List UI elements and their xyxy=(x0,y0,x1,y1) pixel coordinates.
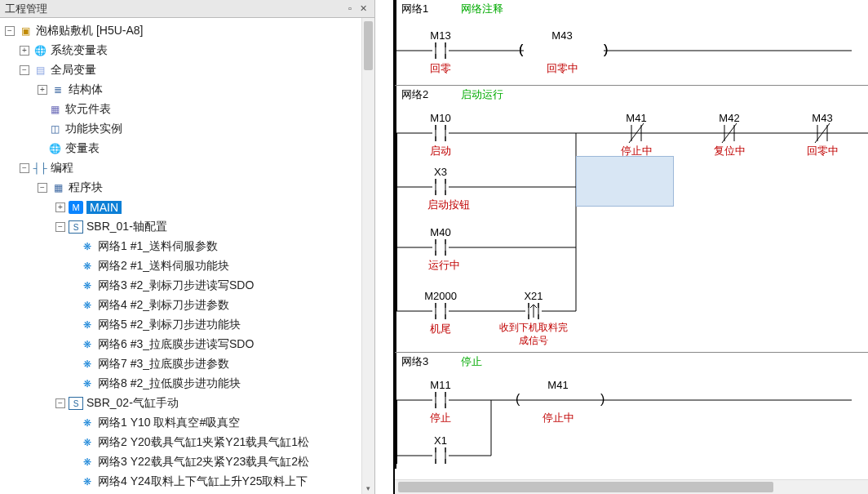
net1-name: 网络1 xyxy=(401,2,428,16)
tree-net-item[interactable]: ❋网络6 #3_拉底膜步进读写SDO xyxy=(2,335,373,354)
ladder-hscrollbar[interactable] xyxy=(395,479,868,494)
tree-sbr02[interactable]: −S SBR_02-气缸手动 xyxy=(2,394,373,413)
net3-title: 停止 xyxy=(461,354,482,369)
tree-net-item[interactable]: ❋网络1 #1_送料伺服参数 xyxy=(2,237,373,256)
tree-net-item[interactable]: ❋网络3 #2_剥标刀步进读写SDO xyxy=(2,276,373,296)
contact-m13[interactable]: M13 回零 xyxy=(430,29,451,74)
svg-text:成信号: 成信号 xyxy=(519,335,548,346)
scroll-thumb[interactable] xyxy=(398,482,773,492)
tree-net-item[interactable]: ❋网络8 #2_拉低膜步进功能块 xyxy=(2,374,373,394)
network-2[interactable]: 网络2 启动运行 M10 启动 xyxy=(395,85,868,352)
net-icon: ❋ xyxy=(80,377,95,390)
tree-root[interactable]: −▣ 泡棉贴敷机 [H5U-A8] xyxy=(2,21,373,41)
blocks-icon: ▦ xyxy=(51,181,65,194)
svg-text:(: ( xyxy=(516,392,520,406)
block-icon: ◫ xyxy=(47,122,62,136)
svg-rect-10 xyxy=(524,46,604,56)
net-icon: ❋ xyxy=(80,436,95,449)
sbr-icon: S xyxy=(69,397,83,410)
contact-m41[interactable]: M41 停止中 xyxy=(621,112,653,157)
tree-sbr01[interactable]: −S SBR_01-轴配置 xyxy=(2,217,373,237)
contact-m2000[interactable]: M2000 机尾 xyxy=(424,290,457,335)
svg-text:收到下机取料完: 收到下机取料完 xyxy=(499,322,568,333)
net2-name: 网络2 xyxy=(401,87,428,102)
pin-icon[interactable]: ▫ xyxy=(343,2,356,16)
net1-rung[interactable]: M13 回零 () () M43 回零中 xyxy=(395,21,868,80)
tree-global[interactable]: −▤ 全局变量 xyxy=(2,60,373,80)
net-icon: ❋ xyxy=(80,240,95,253)
tree-net-item[interactable]: ❋网络2 Y20载具气缸1夹紧Y21载具气缸1松 xyxy=(2,433,373,452)
svg-rect-43 xyxy=(432,184,449,190)
net-icon: ❋ xyxy=(80,358,95,371)
close-icon[interactable]: ✕ xyxy=(356,2,370,16)
tree-sfc[interactable]: ▦ 软元件表 xyxy=(2,100,373,119)
svg-text:停止: 停止 xyxy=(430,412,451,424)
tree-prog-blocks[interactable]: −▦ 程序块 xyxy=(2,178,373,198)
svg-text:回零: 回零 xyxy=(430,62,451,74)
tree-main[interactable]: +M MAIN xyxy=(2,198,373,217)
tree-vartab[interactable]: 🌐 变量表 xyxy=(2,139,373,158)
net-icon: ❋ xyxy=(80,279,95,292)
contact-m10[interactable]: M10 启动 xyxy=(430,112,451,157)
contact-m42[interactable]: M42 复位中 xyxy=(714,112,746,157)
svg-text:M10: M10 xyxy=(430,112,450,124)
net-icon: ❋ xyxy=(80,318,95,332)
svg-text:(: ( xyxy=(519,42,524,56)
struct-icon: ≣ xyxy=(51,83,65,96)
net1-title: 网络注释 xyxy=(461,2,503,16)
svg-text:M13: M13 xyxy=(430,29,450,42)
svg-text:运行中: 运行中 xyxy=(428,259,460,271)
tree-net-item[interactable]: ❋网络7 #3_拉底膜步进参数 xyxy=(2,354,373,374)
tree-net-item[interactable]: ❋网络4 Y24取料上下气缸上升Y25取料上下 xyxy=(2,472,373,492)
coil-m41b[interactable]: () M41 停止中 xyxy=(516,379,604,424)
svg-rect-51 xyxy=(432,244,449,251)
svg-text:停止中: 停止中 xyxy=(542,412,574,424)
contact-x21[interactable]: X21 收到下机取料完 成信号 xyxy=(499,290,568,346)
svg-text:X21: X21 xyxy=(524,290,542,302)
svg-text:回零中: 回零中 xyxy=(807,145,839,157)
svg-text:停止中: 停止中 xyxy=(621,145,653,157)
table-icon: ▦ xyxy=(47,103,62,116)
tree-net-item[interactable]: ❋网络4 #2_剥标刀步进参数 xyxy=(2,296,373,315)
net-icon: ❋ xyxy=(80,416,95,429)
tree-fnblk[interactable]: ◫ 功能块实例 xyxy=(2,119,373,139)
svg-rect-3 xyxy=(432,47,449,54)
net2-title: 启动运行 xyxy=(461,87,503,102)
folder-icon: ▤ xyxy=(33,64,47,77)
tree-net-item[interactable]: ❋网络2 #1_送料伺服功能块 xyxy=(2,256,373,276)
network-3[interactable]: 网络3 停止 M11 停止 xyxy=(395,352,868,469)
sbr-icon: S xyxy=(69,220,83,234)
prog-icon: ┤├ xyxy=(33,162,47,175)
scroll-down-icon[interactable]: ▾ xyxy=(362,483,374,494)
tree-sys-var[interactable]: +🌐 系统变量表 xyxy=(2,41,373,60)
tree-net-item[interactable]: ❋网络5 #2_剥标刀步进功能块 xyxy=(2,315,373,335)
contact-x1[interactable]: X1 xyxy=(432,434,449,464)
svg-text:M43: M43 xyxy=(551,29,572,42)
svg-text:M43: M43 xyxy=(812,112,832,124)
network-1[interactable]: 网络1 网络注释 M13 回零 xyxy=(395,0,868,85)
contact-m43b[interactable]: M43 回零中 xyxy=(807,112,839,157)
contact-x3[interactable]: X3 启动按钮 xyxy=(427,166,470,211)
tree-struct[interactable]: +≣ 结构体 xyxy=(2,80,373,100)
tree-vscrollbar[interactable]: ▴ ▾ xyxy=(361,18,374,494)
net2-rung[interactable]: M10 启动 M41 停止中 xyxy=(395,107,868,355)
contact-m40[interactable]: M40 运行中 xyxy=(428,226,460,271)
project-tree[interactable]: −▣ 泡棉贴敷机 [H5U-A8] +🌐 系统变量表 −▤ 全局变量 xyxy=(0,18,374,494)
svg-rect-18 xyxy=(432,130,449,136)
net-icon: ❋ xyxy=(80,338,95,351)
net-icon: ❋ xyxy=(80,456,95,469)
svg-text:复位中: 复位中 xyxy=(714,145,746,157)
globe-icon: 🌐 xyxy=(47,142,62,155)
tree-prog[interactable]: −┤├ 编程 xyxy=(2,158,373,178)
svg-text:启动按钮: 启动按钮 xyxy=(427,198,470,211)
contact-m11[interactable]: M11 停止 xyxy=(430,379,451,424)
scroll-thumb[interactable] xyxy=(364,21,373,70)
net3-rung[interactable]: M11 停止 () M41 停止中 xyxy=(395,374,868,464)
tree-net-item[interactable]: ❋网络3 Y22载具气缸2夹紧Y23载具气缸2松 xyxy=(2,452,373,472)
svg-text:机尾: 机尾 xyxy=(430,323,451,335)
svg-text:): ) xyxy=(604,42,608,56)
coil-m43[interactable]: () () M43 回零中 xyxy=(519,29,608,74)
tree-net-item[interactable]: ❋网络1 Y10 取料真空#吸真空 xyxy=(2,413,373,433)
project-tree-panel: 工程管理 ▫ ✕ −▣ 泡棉贴敷机 [H5U-A8] +🌐 系统变量表 xyxy=(0,0,375,494)
svg-text:M42: M42 xyxy=(719,112,739,124)
